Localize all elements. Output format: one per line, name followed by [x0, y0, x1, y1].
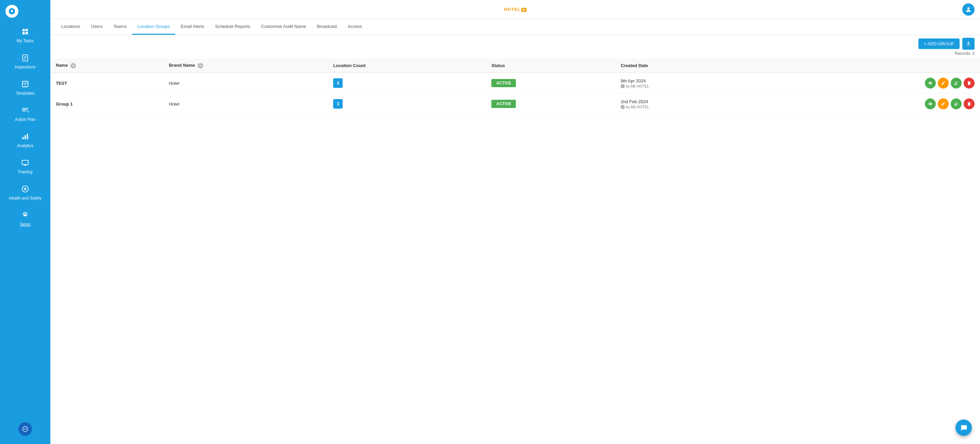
sidebar-item-templates-label: Templates: [16, 91, 35, 96]
brand-name: HOTEL⊞: [504, 7, 527, 12]
setup-icon: [21, 211, 29, 220]
tab-broadcast[interactable]: Broadcast: [312, 19, 343, 35]
sidebar: My Tasks Inspections Temp: [0, 0, 50, 444]
health-safety-icon: [21, 185, 29, 194]
sidebar-item-setup-label: Setup: [20, 222, 30, 227]
col-header-location-count: Location Count: [328, 59, 486, 73]
delete-button-0[interactable]: [964, 78, 975, 88]
svg-rect-3: [25, 29, 28, 31]
tab-email-alerts[interactable]: Email Alerts: [175, 19, 210, 35]
sidebar-item-action-plan[interactable]: Action Plan: [0, 101, 50, 127]
training-icon: [21, 159, 29, 168]
delete-button-1[interactable]: [964, 98, 975, 109]
floating-chat-button[interactable]: [956, 420, 972, 436]
download-button[interactable]: [962, 38, 975, 50]
inspections-icon: [21, 54, 29, 63]
edit-button-1[interactable]: [938, 98, 949, 109]
view-button-0[interactable]: [925, 78, 936, 88]
users-button-0[interactable]: [951, 78, 962, 88]
sidebar-item-inspections-label: Inspections: [15, 65, 36, 69]
svg-rect-13: [22, 137, 24, 139]
sidebar-item-health-safety-label: Health and Safety: [9, 196, 41, 201]
svg-point-27: [967, 7, 970, 10]
tab-location-groups[interactable]: Location Groups: [132, 19, 175, 35]
sidebar-logo: [0, 0, 50, 22]
tab-teams[interactable]: Teams: [108, 19, 132, 35]
info-icon: i: [620, 84, 625, 88]
analytics-icon: [21, 133, 29, 141]
action-plan-icon: [21, 107, 29, 115]
my-tasks-icon: [21, 28, 29, 37]
sidebar-item-action-plan-label: Action Plan: [15, 117, 36, 122]
cell-status-0: ACTIVE: [486, 73, 615, 94]
info-icon: i: [620, 105, 625, 109]
svg-rect-5: [25, 32, 28, 34]
sidebar-item-templates[interactable]: Templates: [0, 75, 50, 101]
sidebar-item-training-label: Training: [18, 169, 33, 174]
cell-name-0: TEST: [50, 73, 164, 94]
svg-point-1: [11, 10, 13, 11]
svg-rect-16: [22, 160, 28, 165]
svg-rect-2: [22, 29, 25, 31]
templates-icon: [21, 80, 29, 89]
main-content: HOTEL⊞ Locations Users Teams Location Gr…: [50, 0, 980, 444]
col-header-brand-name[interactable]: Brand Name ▾: [164, 59, 328, 73]
cell-count-1: 3: [328, 94, 486, 114]
header: HOTEL⊞: [50, 0, 980, 19]
cell-status-1: ACTIVE: [486, 94, 615, 114]
chat-button-container: [0, 417, 50, 441]
svg-point-24: [24, 429, 24, 430]
sidebar-nav: My Tasks Inspections Temp: [0, 22, 50, 417]
add-group-button[interactable]: + ADD GROUP: [918, 38, 959, 49]
records-count: Records: 2: [50, 50, 980, 59]
tab-access[interactable]: Access: [342, 19, 368, 35]
svg-point-32: [956, 82, 958, 83]
svg-point-33: [930, 103, 931, 105]
sidebar-item-analytics-label: Analytics: [17, 143, 33, 148]
tab-users[interactable]: Users: [86, 19, 108, 35]
sidebar-item-health-safety[interactable]: Health and Safety: [0, 180, 50, 206]
col-header-status: Status: [486, 59, 615, 73]
view-button-1[interactable]: [925, 98, 936, 109]
cell-date-1: 2nd Feb 2024 i by AB HOTEL: [615, 94, 759, 114]
svg-point-34: [955, 102, 956, 104]
tab-navigation: Locations Users Teams Location Groups Em…: [50, 19, 980, 35]
sidebar-item-analytics[interactable]: Analytics: [0, 127, 50, 153]
cell-actions-1: [759, 94, 980, 114]
user-avatar[interactable]: [962, 3, 975, 16]
col-header-created-date: Created Date: [615, 59, 759, 73]
name-sort-icon: ▾: [70, 63, 76, 69]
col-header-name[interactable]: Name ▾: [50, 59, 164, 73]
cell-date-0: 8th Apr 2024 i by AB HOTEL: [615, 73, 759, 94]
header-right: [962, 3, 975, 16]
cell-name-1: Group 1: [50, 94, 164, 114]
cell-brand-0: Hotel: [164, 73, 328, 94]
cell-brand-1: Hotel: [164, 94, 328, 114]
toolbar: + ADD GROUP: [50, 35, 980, 50]
sidebar-item-inspections[interactable]: Inspections: [0, 49, 50, 75]
sidebar-item-setup[interactable]: Setup: [0, 206, 50, 232]
table-row: Group 1 Hotel 3 ACTIVE 2nd Feb 2024 i by…: [50, 94, 980, 114]
app-logo[interactable]: [5, 5, 18, 18]
svg-rect-4: [22, 32, 25, 34]
cell-actions-0: [759, 73, 980, 94]
table-row: TEST Hotel 2 ACTIVE 8th Apr 2024 i by AB…: [50, 73, 980, 94]
svg-point-30: [930, 82, 931, 84]
col-header-actions: [759, 59, 980, 73]
tab-customise-audit-name[interactable]: Customise Audit Name: [256, 19, 311, 35]
svg-point-35: [956, 102, 958, 104]
chat-button[interactable]: [18, 422, 32, 436]
sidebar-item-my-tasks-label: My Tasks: [17, 38, 34, 43]
svg-point-25: [25, 429, 25, 430]
users-button-1[interactable]: [951, 98, 962, 109]
tab-locations[interactable]: Locations: [56, 19, 86, 35]
sidebar-item-my-tasks[interactable]: My Tasks: [0, 22, 50, 49]
svg-rect-14: [24, 135, 26, 139]
tab-schedule-reports[interactable]: Schedule Reports: [210, 19, 256, 35]
edit-button-0[interactable]: [938, 78, 949, 88]
cell-count-0: 2: [328, 73, 486, 94]
svg-rect-15: [27, 134, 28, 140]
sidebar-item-training[interactable]: Training: [0, 153, 50, 180]
svg-point-31: [955, 82, 956, 83]
content-area: + ADD GROUP Records: 2 Name ▾: [50, 35, 980, 444]
